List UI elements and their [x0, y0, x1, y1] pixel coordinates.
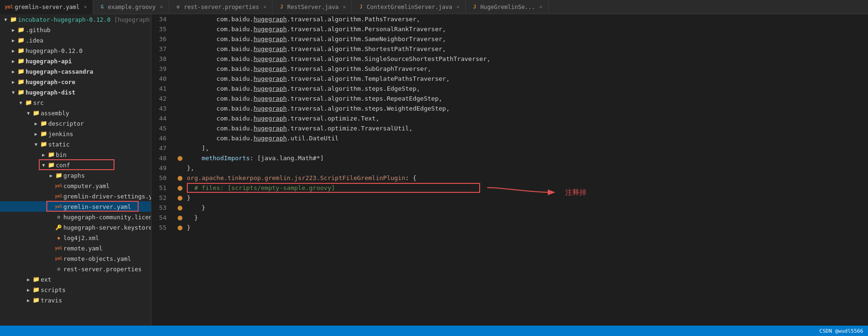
tree-item-static[interactable]: ▼ 📁 static: [0, 139, 151, 149]
tab-example-groovy[interactable]: G example.groovy ✕: [93, 0, 169, 14]
code-line-41: com.baidu.hugegraph.traversal.algorithm.…: [187, 84, 868, 94]
tree-item-conf[interactable]: ▼ 📁 conf: [0, 160, 151, 170]
tree-item-gremlin-driver-settings[interactable]: ▶ yml gremlin-driver-settings.yaml: [0, 191, 151, 201]
line-num-50: 50: [151, 173, 170, 183]
tab-hugegremlinse[interactable]: J HugeGremlinSe... ✕: [466, 0, 549, 14]
tree-arrow-empty: ▶: [47, 235, 55, 241]
folder-icon: 📁: [25, 99, 32, 106]
folder-icon: 📁: [17, 26, 25, 33]
tab-rest-server-properties[interactable]: ⚙ rest-server.properties ✕: [169, 0, 273, 14]
props-icon: ⚙: [175, 4, 182, 10]
code-line-55: }: [187, 223, 868, 233]
tree-label: remote.yaml: [63, 245, 103, 252]
tree-item-log4j2-xml[interactable]: ▶ ◆ log4j2.xml: [0, 233, 151, 243]
tree-item-github[interactable]: ▶ 📁 .github: [0, 25, 151, 35]
tree-arrow-empty: ▶: [47, 267, 55, 272]
tree-arrow: ▶: [25, 298, 32, 303]
tree-item-remote-yaml[interactable]: ▶ yml remote.yaml: [0, 243, 151, 253]
code-line-45: com.baidu.hugegraph.traversal.optimize.T…: [187, 123, 868, 133]
folder-icon: 📁: [32, 297, 40, 303]
line-num-36: 36: [151, 34, 170, 44]
gutter: ⬤ ⬤ ⬤ ⬤ ⬤ ⬤ ⬤: [175, 14, 184, 326]
tab-label: HugeGremlinSe...: [481, 4, 535, 10]
tab-close-btn[interactable]: ✕: [456, 4, 460, 10]
main-area: ▼ 📁 incubator-hugegraph-0.12.0 [hugegrap…: [0, 14, 868, 326]
code-line-42: com.baidu.hugegraph.traversal.algorithm.…: [187, 94, 868, 103]
tab-close-btn[interactable]: ✕: [539, 4, 543, 10]
tree-item-hugegraph-server-keystore[interactable]: ▶ 🔑 hugegraph-server.keystore: [0, 222, 151, 233]
annotation-text: 注释掉: [565, 188, 587, 197]
tab-label: example.groovy: [108, 4, 156, 10]
tree-arrow: ▶: [9, 59, 17, 64]
yaml-file-icon: yml: [55, 194, 62, 198]
tab-close-btn[interactable]: ✕: [343, 4, 346, 10]
tab-label: gremlin-server.yaml: [15, 4, 79, 10]
tab-restserver-java[interactable]: J RestServer.java ✕: [272, 0, 352, 14]
tree-arrow-empty: ▶: [47, 225, 55, 230]
tab-close-btn[interactable]: ✕: [160, 4, 163, 10]
tree-label: hugegraph-dist: [26, 89, 75, 96]
tree-item-rest-server-properties[interactable]: ▶ ⚙ rest-server.properties: [0, 264, 151, 274]
tree-item-hugegraph-community-license[interactable]: ▶ ⚙ hugegraph-community.license: [0, 212, 151, 222]
folder-icon: 📁: [55, 172, 62, 179]
tree-label-assembly: assembly: [41, 110, 69, 117]
tree-item-hugegraph-0120[interactable]: ▶ 📁 hugegraph-0.12.0: [0, 45, 151, 56]
code-editor: 34 35 36 37 38 39 40 41 42 43 44 45 46 4…: [151, 14, 868, 326]
tree-label: hugegraph-community.license: [63, 214, 151, 221]
line-num-46: 46: [151, 133, 170, 143]
tree-item-computer-yaml[interactable]: ▶ yml computer.yaml: [0, 181, 151, 191]
tree-item-gremlin-server-yaml[interactable]: ▶ yml gremlin-server.yaml: [0, 201, 151, 212]
line-num-41: 41: [151, 84, 170, 94]
tree-arrow: ▶: [32, 131, 40, 137]
tree-item-jenkins[interactable]: ▶ 📁 jenkins: [0, 129, 151, 139]
tree-item-root[interactable]: ▼ 📁 incubator-hugegraph-0.12.0 [hugegrap…: [0, 14, 151, 25]
line-num-47: 47: [151, 143, 170, 153]
license-file-icon: ⚙: [55, 214, 62, 220]
tree-item-idea[interactable]: ▶ 📁 .idea: [0, 35, 151, 45]
tree-item-descriptor[interactable]: ▶ 📁 descriptor: [0, 118, 151, 129]
tree-label: bin: [56, 151, 67, 158]
yaml-file-icon: yml: [55, 183, 62, 188]
tree-item-assembly[interactable]: ▼ 📁 assembly: [0, 108, 151, 118]
folder-icon: 📁: [32, 276, 40, 283]
tree-item-bin[interactable]: ▶ 📁 bin: [0, 149, 151, 160]
line-num-35: 35: [151, 24, 170, 34]
tree-label: rest-server.properties: [63, 266, 142, 273]
java-icon: J: [472, 4, 478, 10]
folder-icon: 📁: [47, 151, 55, 158]
tree-item-src[interactable]: ▼ 📁 src: [0, 97, 151, 108]
line-num-49: 49: [151, 163, 170, 173]
tree-item-hugegraph-cassandra[interactable]: ▶ 📁 hugegraph-cassandra: [0, 66, 151, 77]
yaml-icon: yml: [6, 4, 12, 10]
tree-item-hugegraph-dist[interactable]: ▼ 📁 hugegraph-dist: [0, 87, 151, 97]
line-num-44: 44: [151, 113, 170, 123]
tree-label: .github: [26, 26, 51, 34]
tab-gremlin-server-yaml[interactable]: yml gremlin-server.yaml ✕: [0, 0, 93, 14]
code-line-49: },: [187, 163, 868, 173]
folder-icon: 📁: [40, 141, 47, 147]
folder-icon: 📁: [9, 16, 17, 23]
code-line-40: com.baidu.hugegraph.traversal.algorithm.…: [187, 74, 868, 84]
status-bar: CSDN @wudl5566: [0, 326, 868, 336]
tree-label-conf: conf: [56, 162, 70, 169]
tab-contextgremlinserver-java[interactable]: J ContextGremlinServer.java ✕: [352, 0, 465, 14]
tree-item-graphs[interactable]: ▶ 📁 graphs: [0, 170, 151, 181]
line-num-40: 40: [151, 74, 170, 84]
tree-item-remote-objects-yaml[interactable]: ▶ yml remote-objects.yaml: [0, 253, 151, 264]
tree-item-ext[interactable]: ▶ 📁 ext: [0, 274, 151, 284]
tree-item-scripts[interactable]: ▶ 📁 scripts: [0, 284, 151, 295]
tree-item-travis[interactable]: ▶ 📁 travis: [0, 295, 151, 305]
tree-item-hugegraph-api[interactable]: ▶ 📁 hugegraph-api: [0, 56, 151, 66]
yaml-file-icon: yml: [55, 246, 62, 250]
folder-icon: 📁: [17, 47, 25, 54]
tree-arrow: ▼: [2, 17, 9, 22]
tab-close-btn[interactable]: ✕: [84, 4, 87, 10]
tree-item-hugegraph-core[interactable]: ▶ 📁 hugegraph-core: [0, 77, 151, 87]
line-num-45: 45: [151, 123, 170, 133]
code-line-50: org.apache.tinkerpop.gremlin.jsr223.Scri…: [187, 173, 868, 183]
code-line-48: methodImports: [java.lang.Math#*]: [187, 153, 868, 163]
code-content[interactable]: com.baidu.hugegraph.traversal.algorithm.…: [184, 14, 868, 326]
code-line-37: com.baidu.hugegraph.traversal.algorithm.…: [187, 44, 868, 54]
tree-label: hugegraph-server.keystore: [63, 224, 151, 231]
tab-close-btn[interactable]: ✕: [263, 4, 267, 10]
